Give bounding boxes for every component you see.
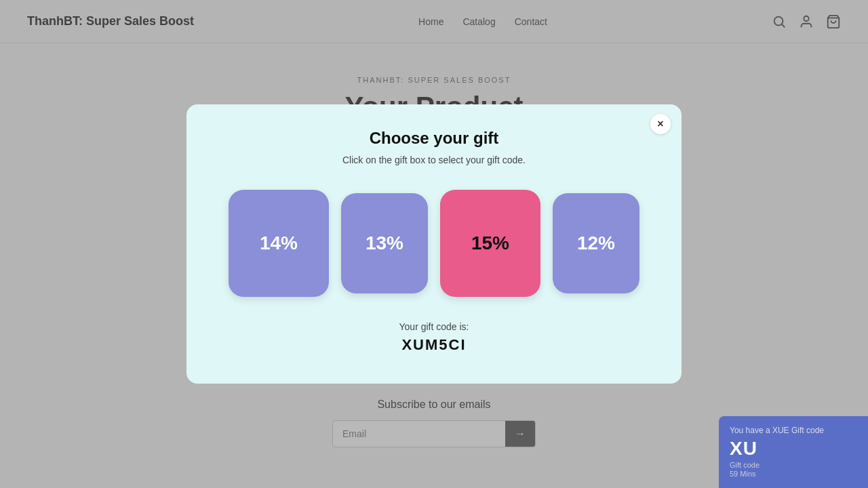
notification-widget: You have a XUE Gift code XU Gift code 59… [719, 416, 868, 488]
notification-detail2: 59 Mins [730, 470, 857, 478]
modal-subtitle: Click on the gift box to select your gif… [342, 155, 526, 165]
gift-card-12[interactable]: 12% [553, 193, 639, 293]
gift-code-label: Your gift code is: [399, 321, 469, 332]
notification-code: XU [730, 438, 857, 460]
notification-detail1: Gift code [730, 461, 857, 469]
gift-modal: × Choose your gift Click on the gift box… [186, 104, 682, 384]
gift-card-12-label: 12% [577, 232, 615, 254]
gift-card-14-label: 14% [260, 232, 298, 254]
modal-overlay: × Choose your gift Click on the gift box… [0, 0, 868, 488]
gift-card-13-label: 13% [366, 232, 403, 254]
gift-card-15-label: 15% [471, 232, 509, 254]
gift-card-15[interactable]: 15% [440, 190, 540, 297]
modal-close-button[interactable]: × [650, 114, 671, 134]
gift-code-value: XUM5CI [401, 336, 466, 354]
gift-card-13[interactable]: 13% [341, 193, 428, 293]
modal-title: Choose your gift [370, 129, 499, 148]
gift-cards-row: 14% 13% 15% 12% [229, 190, 639, 297]
gift-card-14[interactable]: 14% [229, 190, 329, 297]
notification-top-text: You have a XUE Gift code [730, 426, 857, 435]
